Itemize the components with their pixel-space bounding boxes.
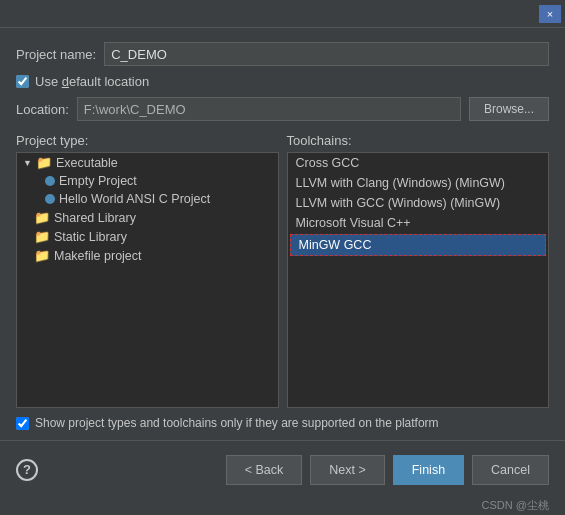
project-name-input[interactable] — [104, 42, 549, 66]
toolchain-item-cross-gcc[interactable]: Cross GCC — [288, 153, 549, 173]
project-name-row: Project name: — [16, 42, 549, 66]
show-supported-label: Show project types and toolchains only i… — [35, 416, 439, 430]
toolchains-label: Toolchains: — [287, 133, 550, 148]
use-default-location-row: Use default location — [16, 74, 549, 89]
dot-icon-hello-world — [45, 194, 55, 204]
close-button[interactable]: × — [539, 5, 561, 23]
toolchains-list: Cross GCC LLVM with Clang (Windows) (Min… — [287, 152, 550, 408]
tree-label-static-library: Static Library — [54, 230, 127, 244]
back-button[interactable]: < Back — [226, 455, 303, 485]
toolchain-item-llvm-gcc[interactable]: LLVM with GCC (Windows) (MinGW) — [288, 193, 549, 213]
panels-section: Project type: ▼ 📁 Executable Empty Proje… — [16, 133, 549, 408]
toolchain-item-llvm-clang[interactable]: LLVM with Clang (Windows) (MinGW) — [288, 173, 549, 193]
toolchain-item-msvc[interactable]: Microsoft Visual C++ — [288, 213, 549, 233]
location-label: Location: — [16, 102, 69, 117]
bottom-buttons: < Back Next > Finish Cancel — [226, 455, 549, 485]
bottom-bar: ? < Back Next > Finish Cancel — [0, 440, 565, 498]
main-content: Project name: Use default location Locat… — [0, 28, 565, 440]
tree-item-shared-library[interactable]: ▶ 📁 Shared Library — [17, 208, 278, 227]
watermark: CSDN @尘桃 — [0, 498, 565, 515]
tree-item-executable[interactable]: ▼ 📁 Executable — [17, 153, 278, 172]
folder-icon-executable: 📁 — [36, 155, 52, 170]
toolchains-panel: Toolchains: Cross GCC LLVM with Clang (W… — [287, 133, 550, 408]
browse-button[interactable]: Browse... — [469, 97, 549, 121]
footer-checkbox-row: Show project types and toolchains only i… — [16, 416, 549, 430]
tree-label-shared-library: Shared Library — [54, 211, 136, 225]
location-input[interactable] — [77, 97, 461, 121]
project-type-label: Project type: — [16, 133, 279, 148]
folder-icon-makefile: 📁 — [34, 248, 50, 263]
tree-label-hello-world: Hello World ANSI C Project — [59, 192, 210, 206]
cancel-button[interactable]: Cancel — [472, 455, 549, 485]
tree-item-hello-world[interactable]: Hello World ANSI C Project — [17, 190, 278, 208]
location-row: Location: Browse... — [16, 97, 549, 121]
tree-label-executable: Executable — [56, 156, 118, 170]
use-default-location-label: Use default location — [35, 74, 149, 89]
help-button[interactable]: ? — [16, 459, 38, 481]
show-supported-checkbox[interactable] — [16, 417, 29, 430]
tree-item-empty-project[interactable]: Empty Project — [17, 172, 278, 190]
folder-icon-shared-library: 📁 — [34, 210, 50, 225]
tree-item-static-library[interactable]: ▶ 📁 Static Library — [17, 227, 278, 246]
tree-item-makefile[interactable]: ▶ 📁 Makefile project — [17, 246, 278, 265]
use-default-location-checkbox[interactable] — [16, 75, 29, 88]
project-name-label: Project name: — [16, 47, 96, 62]
toolchain-item-mingw[interactable]: MinGW GCC — [290, 234, 547, 256]
folder-icon-static-library: 📁 — [34, 229, 50, 244]
tree-label-makefile: Makefile project — [54, 249, 142, 263]
finish-button[interactable]: Finish — [393, 455, 464, 485]
project-type-list: ▼ 📁 Executable Empty Project Hello World… — [16, 152, 279, 408]
next-button[interactable]: Next > — [310, 455, 384, 485]
title-bar: × — [0, 0, 565, 28]
project-type-panel: Project type: ▼ 📁 Executable Empty Proje… — [16, 133, 279, 408]
dot-icon-empty-project — [45, 176, 55, 186]
tree-label-empty-project: Empty Project — [59, 174, 137, 188]
